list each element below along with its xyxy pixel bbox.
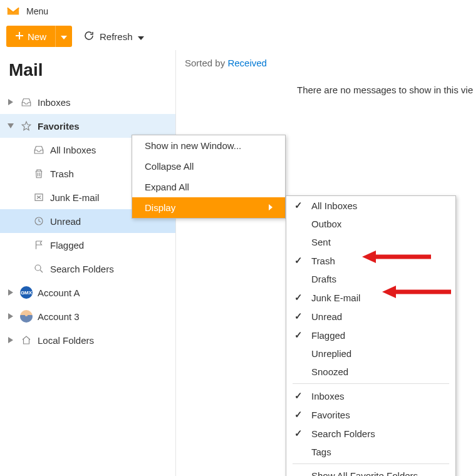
sidebar-item-local-folders[interactable]: Local Folders [0, 328, 175, 352]
new-button[interactable]: New [6, 26, 55, 47]
trash-icon [33, 168, 45, 179]
sort-field-link[interactable]: Received [227, 58, 267, 68]
submenu-item-label: All Inboxes [311, 200, 357, 211]
checkmark-icon: ✓ [294, 329, 303, 341]
submenu-item-label: Tags [311, 447, 331, 457]
chevron-down-icon [138, 31, 144, 42]
flag-icon [33, 239, 45, 251]
sidebar-item-label: Flagged [50, 240, 169, 251]
refresh-label: Refresh [100, 31, 133, 42]
submenu-item-label: Flagged [311, 330, 345, 341]
inbox-icon [33, 144, 45, 155]
star-icon [20, 120, 33, 132]
home-icon [20, 334, 33, 346]
refresh-icon [83, 30, 95, 43]
submenu-item-label: Junk E-mail [311, 292, 360, 303]
top-bar: Menu [0, 0, 473, 23]
sidebar: Mail InboxesFavorites All Inboxes Trash … [0, 50, 175, 476]
submenu-item-favorites[interactable]: ✓Favorites [286, 405, 455, 424]
gmx-icon: GMX [20, 286, 33, 299]
sidebar-item-label: Favorites [38, 121, 169, 132]
checkmark-icon: ✓ [294, 390, 303, 401]
sidebar-item-account-3[interactable]: Account 3 [0, 304, 175, 328]
sidebar-item-label: Search Folders [50, 264, 169, 274]
submenu-item-label: Unreplied [311, 348, 351, 359]
sort-bar[interactable]: Sorted by Received [176, 50, 473, 76]
submenu-item-all-inboxes[interactable]: ✓All Inboxes [286, 196, 455, 215]
refresh-button[interactable]: Refresh [83, 30, 144, 43]
toolbar: New Refresh [0, 23, 473, 50]
new-button-label: New [28, 31, 46, 42]
submenu-item-label: Favorites [311, 410, 350, 420]
display-submenu: ✓All InboxesOutboxSent✓TrashDrafts✓Junk … [286, 195, 456, 476]
checkmark-icon: ✓ [294, 255, 303, 266]
folder-tree: InboxesFavorites All Inboxes Trash Junk … [0, 90, 175, 352]
sidebar-item-label: Account A [38, 287, 169, 298]
new-button-dropdown[interactable] [55, 26, 72, 47]
svg-point-3 [25, 313, 28, 316]
submenu-item-label: Snoozed [311, 366, 348, 377]
submenu-item-unreplied[interactable]: Unreplied [286, 344, 455, 363]
avatar-icon [20, 310, 33, 323]
sidebar-item-label: Local Folders [38, 335, 169, 346]
menu-button[interactable]: Menu [26, 6, 48, 16]
submenu-item-flagged[interactable]: ✓Flagged [286, 326, 455, 344]
submenu-item-label: Drafts [311, 274, 336, 284]
chevron-down-icon [61, 32, 67, 41]
chevron-right-icon[interactable] [6, 337, 15, 343]
checkmark-icon: ✓ [294, 428, 303, 439]
chevron-right-icon[interactable] [6, 99, 15, 105]
submenu-item-label: Sent [311, 237, 331, 247]
sidebar-item-label: Inboxes [38, 97, 169, 108]
context-menu-item-expand-all[interactable]: Expand All [132, 177, 285, 197]
submenu-item-search-folders[interactable]: ✓Search Folders [286, 424, 455, 443]
checkmark-icon: ✓ [294, 292, 303, 303]
context-menu-item-display[interactable]: Display [132, 197, 285, 218]
submenu-item-show-all-favorite-folders[interactable]: Show All Favorite Folders [286, 467, 455, 476]
submenu-item-label: Outbox [311, 219, 341, 229]
app-logo-icon [6, 4, 20, 18]
menu-divider [293, 383, 449, 384]
empty-message: There are no messages to show in this vi… [176, 76, 473, 95]
sidebar-item-account-a[interactable]: GMXAccount A [0, 281, 175, 304]
submenu-item-unread[interactable]: ✓Unread [286, 307, 455, 326]
chevron-right-icon[interactable] [6, 313, 15, 319]
context-menu-item-label: Display [145, 202, 175, 213]
chevron-right-icon[interactable] [6, 289, 15, 296]
clock-icon [33, 215, 45, 227]
submenu-item-label: Unread [311, 311, 342, 322]
plus-icon [15, 31, 24, 42]
context-menu-item-label: Show in new Window... [145, 140, 241, 151]
submenu-item-sent[interactable]: Sent [286, 233, 455, 251]
page-title: Mail [0, 54, 175, 90]
annotation-arrow-trash [362, 249, 431, 264]
submenu-item-label: Search Folders [311, 428, 375, 439]
sidebar-item-inboxes[interactable]: Inboxes [0, 90, 175, 114]
menu-divider [293, 463, 449, 464]
new-button-group: New [6, 26, 72, 47]
chevron-right-icon [269, 204, 273, 212]
context-menu-item-label: Collapse All [145, 161, 194, 172]
context-menu-item-label: Expand All [145, 182, 189, 192]
submenu-item-label: Trash [311, 256, 335, 266]
submenu-item-tags[interactable]: Tags [286, 443, 455, 461]
sidebar-item-search-folders[interactable]: Search Folders [0, 257, 175, 281]
search-icon [33, 263, 45, 274]
junk-icon [33, 192, 45, 203]
submenu-item-snoozed[interactable]: Snoozed [286, 363, 455, 381]
annotation-arrow-junk [382, 284, 451, 299]
checkmark-icon: ✓ [294, 409, 303, 420]
submenu-item-label: Inboxes [311, 391, 345, 401]
submenu-item-label: Show All Favorite Folders [311, 470, 418, 476]
sidebar-item-label: Account 3 [38, 311, 169, 322]
chevron-down-icon[interactable] [6, 123, 15, 128]
sorted-by-prefix: Sorted by [185, 58, 227, 68]
sidebar-item-flagged[interactable]: Flagged [0, 233, 175, 257]
submenu-item-outbox[interactable]: Outbox [286, 215, 455, 233]
context-menu-item-show-in-new-window-[interactable]: Show in new Window... [132, 135, 285, 156]
submenu-item-inboxes[interactable]: ✓Inboxes [286, 386, 455, 405]
svg-point-2 [35, 265, 41, 271]
checkmark-icon: ✓ [294, 311, 303, 322]
inbox-icon [20, 96, 33, 108]
context-menu-item-collapse-all[interactable]: Collapse All [132, 156, 285, 177]
